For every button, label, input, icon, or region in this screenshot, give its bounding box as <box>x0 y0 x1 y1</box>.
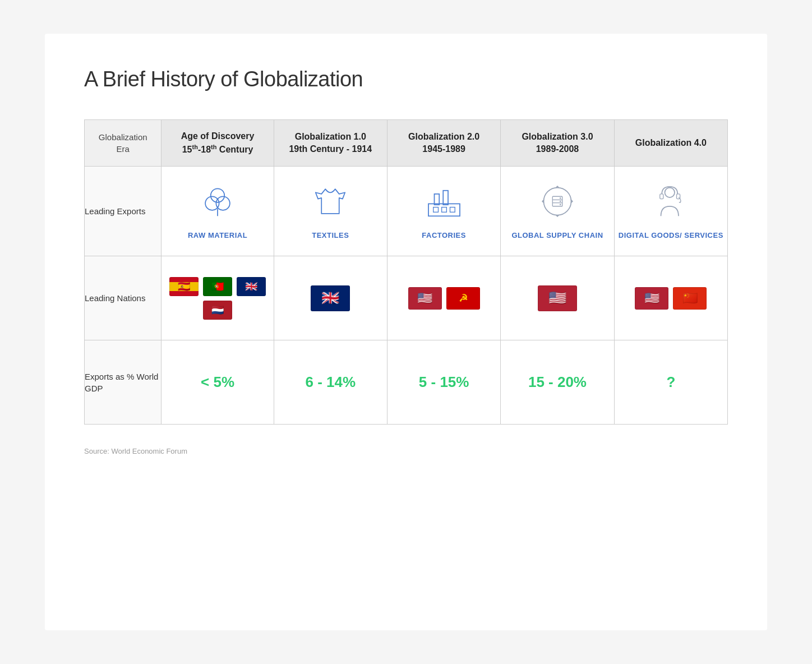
header-col2-line2: 19th Century - 1914 <box>289 144 372 154</box>
export-digital: DIGITAL GOODS/ SERVICES <box>614 167 727 256</box>
factories-icon <box>425 182 464 223</box>
flag-usa-1: 🇺🇸 <box>408 287 442 310</box>
page-container: A Brief History of Globalization Globali… <box>45 34 767 630</box>
export-raw-material: RAW MATERIAL <box>162 167 274 256</box>
svg-point-19 <box>560 204 561 206</box>
header-col1: Age of Discovery 15th-18th Century <box>162 120 274 167</box>
gdp-glob3: 15 - 20% <box>501 340 614 425</box>
svg-marker-10 <box>571 200 573 204</box>
header-col0: Globalization Era <box>85 120 162 167</box>
gdp-glob1: 6 - 14% <box>274 340 387 425</box>
raw-material-label: RAW MATERIAL <box>188 231 247 241</box>
svg-rect-6 <box>443 191 448 205</box>
leading-exports-label: Leading Exports <box>85 167 162 256</box>
header-col5: Globalization 4.0 <box>614 120 727 167</box>
exports-gdp-label: Exports as % World GDP <box>85 340 162 425</box>
main-table: Globalization Era Age of Discovery 15th-… <box>84 119 728 425</box>
svg-marker-12 <box>542 200 544 204</box>
flag-uk-1: 🇬🇧 <box>237 277 266 296</box>
flags-glob2: 🇺🇸 ☭ <box>387 287 500 310</box>
page-title: A Brief History of Globalization <box>84 67 728 91</box>
flag-usa-2: 🇺🇸 <box>538 285 577 311</box>
raw-material-icon <box>198 182 237 223</box>
export-factories: FACTORIES <box>387 167 500 256</box>
flag-netherlands: 🇳🇱 <box>203 301 232 320</box>
raw-material-icon-group: RAW MATERIAL <box>162 182 273 241</box>
header-row: Globalization Era Age of Discovery 15th-… <box>85 120 728 167</box>
gdp-glob4: ? <box>614 340 727 425</box>
nations-glob3: 🇺🇸 <box>501 256 614 340</box>
exports-gdp-row: Exports as % World GDP < 5% 6 - 14% 5 - … <box>85 340 728 425</box>
svg-rect-7 <box>433 208 438 213</box>
flags-glob4: 🇺🇸 🇨🇳 <box>615 287 727 310</box>
gdp-value-1: < 5% <box>201 374 234 390</box>
header-col3: Globalization 2.0 1945-1989 <box>387 120 500 167</box>
digital-label: DIGITAL GOODS/ SERVICES <box>619 231 723 241</box>
svg-point-20 <box>665 188 675 198</box>
supply-chain-icon <box>538 182 577 223</box>
header-col2: Globalization 1.0 19th Century - 1914 <box>274 120 387 167</box>
supply-chain-label: GLOBAL SUPPLY CHAIN <box>511 231 603 241</box>
svg-rect-5 <box>434 194 439 205</box>
gdp-value-3: 5 - 15% <box>419 374 469 390</box>
flags-glob3: 🇺🇸 <box>501 285 613 311</box>
flag-spain: 🇪🇸 <box>169 277 199 296</box>
header-col4-line1: Globalization 3.0 <box>522 132 593 141</box>
svg-point-18 <box>560 201 561 202</box>
svg-point-2 <box>216 196 230 210</box>
textiles-icon <box>311 182 350 223</box>
nations-glob1: 🇬🇧 <box>274 256 387 340</box>
svg-marker-11 <box>555 215 559 218</box>
digital-icon-group: DIGITAL GOODS/ SERVICES <box>615 182 727 241</box>
svg-rect-21 <box>660 194 663 199</box>
svg-marker-13 <box>555 186 559 188</box>
factories-icon-group: FACTORIES <box>387 182 500 241</box>
digital-icon <box>651 182 690 223</box>
gdp-value-5: ? <box>666 374 675 390</box>
gdp-age-discovery: < 5% <box>162 340 274 425</box>
header-col4-line2: 1989-2008 <box>536 144 579 154</box>
svg-point-0 <box>211 188 225 202</box>
leading-nations-label: Leading Nations <box>85 256 162 340</box>
header-col3-line1: Globalization 2.0 <box>408 132 479 141</box>
flag-uk-2: 🇬🇧 <box>311 285 350 311</box>
flag-usa-3: 🇺🇸 <box>635 287 668 310</box>
svg-rect-8 <box>441 208 446 213</box>
nations-age-discovery: 🇪🇸 🇵🇹 🇬🇧 🇳🇱 <box>162 256 274 340</box>
header-col1-line1: Age of Discovery <box>181 131 255 141</box>
leading-nations-row: Leading Nations 🇪🇸 🇵🇹 🇬🇧 <box>85 256 728 340</box>
nations-glob2: 🇺🇸 ☭ <box>387 256 500 340</box>
header-col3-line2: 1945-1989 <box>422 144 465 154</box>
flags-age-discovery: 🇪🇸 🇵🇹 🇬🇧 🇳🇱 <box>162 277 273 320</box>
header-col2-line1: Globalization 1.0 <box>295 132 366 141</box>
gdp-value-2: 6 - 14% <box>305 374 356 390</box>
textiles-icon-group: TEXTILES <box>274 182 387 241</box>
header-col1-line2: 15th-18th Century <box>182 145 253 154</box>
textiles-label: TEXTILES <box>312 231 349 241</box>
header-col4: Globalization 3.0 1989-2008 <box>501 120 614 167</box>
factories-label: FACTORIES <box>422 231 466 241</box>
export-textiles: TEXTILES <box>274 167 387 256</box>
svg-point-1 <box>205 196 219 210</box>
nations-glob4: 🇺🇸 🇨🇳 <box>614 256 727 340</box>
svg-point-17 <box>560 197 561 199</box>
flags-glob1: 🇬🇧 <box>274 285 387 311</box>
flag-china: 🇨🇳 <box>673 287 707 310</box>
supply-chain-icon-group: GLOBAL SUPPLY CHAIN <box>501 182 613 241</box>
gdp-glob2: 5 - 15% <box>387 340 500 425</box>
svg-rect-9 <box>450 208 455 213</box>
gdp-value-4: 15 - 20% <box>528 374 587 390</box>
flag-portugal: 🇵🇹 <box>203 277 232 296</box>
export-supply-chain: GLOBAL SUPPLY CHAIN <box>501 167 614 256</box>
header-col5-line1: Globalization 4.0 <box>635 138 707 147</box>
leading-exports-row: Leading Exports RAW MATERIAL <box>85 167 728 256</box>
source-text: Source: World Economic Forum <box>84 447 728 455</box>
flag-ussr: ☭ <box>446 287 480 310</box>
